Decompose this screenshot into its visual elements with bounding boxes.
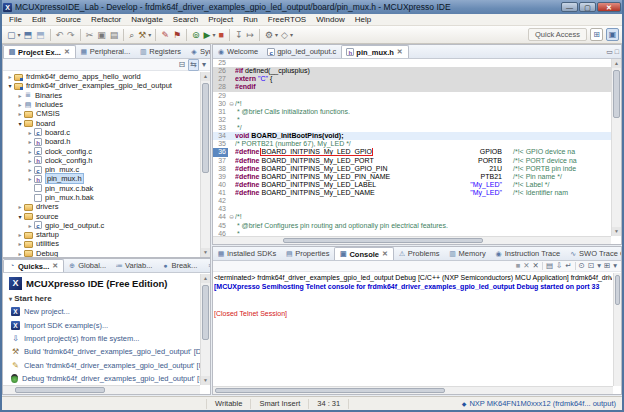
menu-help[interactable]: Help [350,15,376,24]
tab-break-[interactable]: ●Break... [157,259,202,272]
terminate-icon[interactable]: ■ [516,261,521,271]
collapse-icon[interactable]: ▾ [16,120,24,127]
quickstart-link[interactable]: ✎Clean 'frdmk64f_driver_examples_gpio_le… [3,359,210,372]
expand-icon[interactable]: ▸ [16,203,24,210]
titlebar[interactable]: X MCUXpressoIDE_Lab - Develop - frdmk64f… [0,0,624,14]
code-line-44[interactable]: 44⊖/*! [213,213,611,221]
expand-icon[interactable]: ▸ [16,240,24,247]
collapse-all-icon[interactable]: ⊟ [179,60,186,70]
code-line-45[interactable]: 45 * @brief Configures pin routing and o… [213,222,611,230]
remove-launch-icon[interactable]: ✕ [523,261,529,271]
menu-project[interactable]: Project [203,15,238,24]
tab-peripheral-[interactable]: ▦Peripheral... [76,45,135,58]
tree-item-debug[interactable]: ▸Debug [3,249,200,257]
terminate-icon[interactable]: ■ [216,28,225,42]
tab-console[interactable]: ▣Console✕ [334,247,393,260]
menu-search[interactable]: Search [168,15,203,24]
scrollbar-thumb[interactable] [215,388,445,393]
link-with-editor-icon[interactable]: ⇆ [188,59,199,71]
scroll-down-icon[interactable]: ▼ [201,376,210,385]
tree-item-pin-mux-c-bak[interactable]: pin_mux.c.bak [3,184,200,193]
new-wizard-icon[interactable]: ▢ [5,28,18,42]
code-line-42[interactable]: 42 [213,197,611,205]
code-line-43[interactable]: 43 [213,205,611,213]
code-line-37[interactable]: 37#define BOARD_INITPINS_My_LED_PORTPORT… [213,157,611,165]
tab-variab-[interactable]: ≔Variab... [111,259,157,272]
quickstart-link[interactable]: Debug 'frdmk64f_driver_examples_gpio_led… [3,372,210,385]
expand-icon[interactable]: ▸ [6,73,14,80]
code-line-39[interactable]: 39#define BOARD_INITPINS_My_LED_PIN_NAME… [213,173,611,181]
scrollbar-thumb[interactable] [613,70,620,118]
clean-icon[interactable]: ✎ [159,28,171,42]
copy-icon[interactable]: ▣ [95,28,108,42]
collapse-icon[interactable]: ▾ [6,82,14,89]
code-editor[interactable]: 2526#if defined(__cplusplus)27extern "C"… [213,59,611,236]
tab-pin-mux-h[interactable]: hpin_mux.h✕ [341,45,408,58]
tab-symbol-vi-[interactable]: ◈Symbol Vi... [186,45,210,58]
tree-item-includes[interactable]: ▸▤Includes [3,100,200,109]
quickstart-link[interactable]: XNew project... [3,305,210,318]
quickstart-link[interactable]: ⚒Build 'frdmk64f_driver_examples_gpio_le… [3,345,210,358]
menu-refactor[interactable]: Refactor [86,15,126,24]
code-line-31[interactable]: 31 * @brief Calls initialization functio… [213,108,611,116]
maximize-panel-icon[interactable]: □ [615,48,619,56]
code-line-36[interactable]: 36#define BOARD_INITPINS_My_LED_GPIOGPIO… [213,148,611,156]
develop-perspective-icon[interactable]: ▣ [606,28,619,41]
tree-item-frdmk64f-demo-apps-hello-world[interactable]: ▸frdmk64f_demo_apps_hello_world [3,72,200,81]
scroll-up-icon[interactable]: ▲ [612,59,621,68]
run-icon[interactable]: ▶ [202,28,213,42]
tab-registers[interactable]: ▥Registers [135,45,186,58]
word-wrap-icon[interactable]: ↵ [565,261,571,271]
tab-welcome[interactable]: ◉Welcome [213,45,263,58]
scroll-down-icon[interactable]: ▼ [201,248,210,257]
code-line-35[interactable]: 35/* PORTB21 (number 67), My_LED */ [213,140,611,148]
close-icon[interactable]: ✕ [397,48,403,56]
save-icon[interactable]: ⬒ [22,28,35,42]
menu-file[interactable]: File [4,15,27,24]
tab-gpio-led-output-c[interactable]: cgpio_led_output.c [263,45,341,58]
scrollbar-thumb[interactable] [15,387,105,393]
close-icon[interactable]: ✕ [52,262,58,270]
save-all-icon[interactable]: ⬒ [34,28,47,42]
tab-outline[interactable]: ≡Outline [202,259,210,272]
code-line-26[interactable]: 26#if defined(__cplusplus) [213,67,611,75]
menu-edit[interactable]: Edit [27,15,51,24]
expand-icon[interactable]: ▸ [26,129,34,136]
menu-source[interactable]: Source [51,15,86,24]
code-line-27[interactable]: 27extern "C" { [213,75,611,83]
undo-icon[interactable]: ↶ [54,28,66,42]
fold-collapse-icon[interactable]: ⊖ [228,213,235,221]
tab-properties[interactable]: ▤Properties [281,247,334,260]
expand-icon[interactable]: ▸ [26,157,34,164]
code-line-34[interactable]: 34void BOARD_InitBootPins(void); [213,132,611,140]
build-icon[interactable]: ⚒ [136,28,148,42]
open-perspective-icon[interactable]: ⊞ [590,28,603,41]
scroll-lock-icon[interactable]: ⇩ [556,261,562,271]
open-console-menu-icon[interactable]: ▾ [613,261,617,271]
step-into-icon[interactable]: ↧ [233,28,245,42]
code-line-38[interactable]: 38#define BOARD_INITPINS_My_LED_GPIO_PIN… [213,165,611,173]
scroll-up-icon[interactable]: ▲ [201,72,210,81]
tree-item-pin-mux-h[interactable]: ▸hpin_mux.h [3,174,200,183]
tab-memory[interactable]: ▥Memory [445,247,491,260]
tab-problems[interactable]: ⚠Problems [394,247,445,260]
code-line-28[interactable]: 28#endif [213,83,611,91]
tree-item-board[interactable]: ▾board [3,118,200,127]
search-icon[interactable]: ⌕ [127,28,136,42]
expand-icon[interactable]: ▸ [16,101,24,108]
menu-freertos[interactable]: FreeRTOS [263,15,311,24]
tab-global-[interactable]: ⊕Global... [64,259,111,272]
section-collapse-icon[interactable]: ▾ [9,296,12,302]
view-menu-icon[interactable]: ▾ [202,60,206,70]
tree-item-source[interactable]: ▾source [3,211,200,220]
expand-icon[interactable]: ▸ [16,231,24,238]
clear-console-icon[interactable]: ▤ [546,261,553,271]
quickstart-hscrollbar[interactable] [3,385,200,394]
minimize-button[interactable]: — [561,2,578,12]
menu-navigate[interactable]: Navigate [126,15,168,24]
menu-run[interactable]: Run [238,15,263,24]
expand-icon[interactable]: ▸ [16,250,24,257]
quick-access-button[interactable]: Quick Access [528,28,587,41]
scrollbar-thumb[interactable] [202,83,209,173]
editor-vscrollbar[interactable]: ▲ ▼ [611,59,621,236]
